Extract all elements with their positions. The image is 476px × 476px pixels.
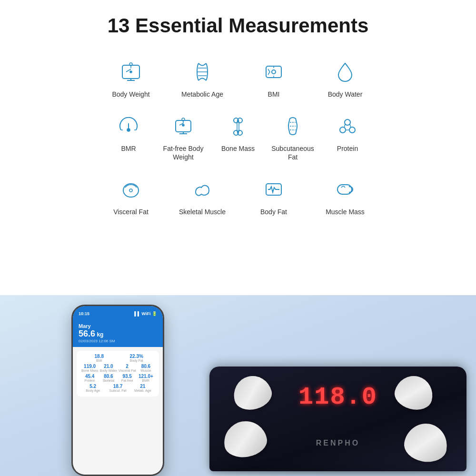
row-3: Visceral Fat Skeletal Muscle Body F [19,169,457,221]
scale-shadow [214,466,462,474]
scale2-icon [170,113,197,139]
scale-body: 118.0 RENPHO [209,367,466,471]
phone-weight-display: 56.6 kg [79,329,157,339]
svg-point-40 [129,189,132,192]
scale-icon [118,59,144,85]
svg-point-34 [340,127,346,133]
phone-signals: ▌▌ WiFi 🔋 [134,311,157,316]
svg-point-6 [130,71,132,73]
phone-metric-bmi: 18.8 BMI [80,354,118,362]
phone-metric-visceral: 2 Visceral Fat [118,364,137,372]
scale-brand: RENPHO [316,439,360,447]
bone-icon [225,113,251,139]
measurement-muscle-mass: Muscle Mass [314,169,376,221]
row-1: Body Weight Metabolic Age [19,51,457,103]
scale-foot-4 [402,420,451,465]
svg-point-39 [123,184,139,197]
phone-header: Mary 56.6 kg 02/03/2023 12:06 SM [73,321,163,347]
phone-screen: 10:15 ▌▌ WiFi 🔋 Mary 56.6 kg 02/03/2023 … [73,306,163,475]
measurements-container: Body Weight Metabolic Age [19,51,457,221]
bone-mass-label: Bone Mass [221,144,255,153]
phone-mockup: 10:15 ▌▌ WiFi 🔋 Mary 56.6 kg 02/03/2023 … [71,305,164,476]
body-weight-label: Body Weight [112,90,149,99]
scale-foot-2 [391,372,436,414]
phone-metric-fatfree: 93.5 Fat-free [118,374,137,382]
metabolic-age-label: Metabolic Age [181,90,223,99]
phone-metric-subcutaneous: 18.7 Subcut. Fat [105,384,130,392]
measurement-protein: Protein [323,106,373,166]
svg-line-36 [344,124,345,128]
phone-metric-bodyfat: 22.3% Body Fat [118,354,156,362]
measurement-subcutaneous-fat: Subcutaneous Fat [268,106,318,166]
scale-display: 118.0 [298,383,377,411]
phone-metric-skeletal: 80.6 Skeletal [99,374,118,382]
heartbeat-icon [260,176,287,203]
body-water-label: Body Water [328,90,363,99]
belly-icon [118,176,144,203]
body-fat-label: Body Fat [260,208,287,216]
scale-mockup: 118.0 RENPHO [209,328,466,471]
muscle-icon [189,176,216,203]
phone-metrics-row-3: 45.4 Protein 80.6 Skeletal 93.5 Fat-free [80,374,155,382]
top-section: 13 Essential Measurements Body Weight [0,0,476,295]
svg-line-37 [350,124,351,128]
phone-metric-bmr: 121.0+ BMR [137,374,155,382]
measurement-bone-mass: Bone Mass [213,106,263,166]
measurement-bmr: BMR [104,106,154,166]
visceral-fat-label: Visceral Fat [113,208,149,216]
row-2: BMR Fat-free Body Weight [19,106,457,166]
body-icon [279,113,306,139]
measurement-metabolic-age: Metabolic Age [171,51,233,103]
subcutaneous-fat-label: Subcutaneous Fat [270,144,316,161]
page-title: 13 Essential Measurements [19,14,457,37]
svg-point-33 [345,119,350,125]
measurement-visceral-fat: Visceral Fat [100,169,162,221]
drop-icon [332,59,358,85]
phone-user-name: Mary [79,323,157,329]
phone-metric-metabolic: 21 Metab. Age [130,384,155,392]
svg-rect-42 [337,185,352,194]
fat-free-label: Fat-free Body Weight [161,144,206,161]
gauge-icon [115,113,142,139]
phone-status-bar: 10:15 ▌▌ WiFi 🔋 [73,306,163,321]
phone-time: 10:15 [79,311,89,316]
svg-point-15 [127,129,130,131]
bmi-label: BMI [268,90,280,99]
phone-metrics-row-1: 18.8 BMI 22.3% Body Fat [80,354,155,362]
svg-point-24 [182,124,184,126]
bmr-label: BMR [121,144,136,153]
phone-metrics-row-2: 119.0 Bone Mass 21.0 Body Water 2 Viscer… [80,364,155,372]
scale-foot-1 [229,372,275,414]
phone-metrics-row-4: 5.2 Body Age 18.7 Subcut. Fat 21 Metab. … [80,384,155,392]
bottom-section: 10:15 ▌▌ WiFi 🔋 Mary 56.6 kg 02/03/2023 … [0,295,476,476]
measurement-body-fat: Body Fat [243,169,305,221]
phone-date: 02/03/2023 12:06 SM [79,339,157,343]
phone-metric-age: 5.2 Body Age [80,384,105,392]
measurement-body-water: Body Water [314,51,376,103]
skeletal-muscle-label: Skeletal Muscle [179,208,226,216]
phone-metrics-content: 18.8 BMI 22.3% Body Fat 119.0 Bone Mass [73,347,163,475]
measurement-skeletal-muscle: Skeletal Muscle [171,169,233,221]
scale-foot-3 [221,418,269,460]
phone-metric-water: 21.0 Body Water [99,364,118,372]
muscle-mass-label: Muscle Mass [326,208,365,216]
phone-metric-bone: 119.0 Bone Mass [80,364,99,372]
svg-point-11 [272,70,276,74]
phone-metric-protein: 45.4 Protein [80,374,99,382]
dna-icon [189,59,216,85]
phone-metric-muscle: 80.6 Muscle [137,364,155,372]
phone-metrics-card: 18.8 BMI 22.3% Body Fat 119.0 Bone Mass [77,351,159,397]
protein-label: Protein [337,144,358,153]
measurement-body-weight: Body Weight [100,51,162,103]
measurement-fat-free: Fat-free Body Weight [159,106,208,166]
molecule-icon [334,113,361,139]
measurement-bmi: BMI [243,51,305,103]
bmi-icon [260,59,287,85]
arm-icon [332,176,358,203]
svg-point-35 [349,127,355,133]
